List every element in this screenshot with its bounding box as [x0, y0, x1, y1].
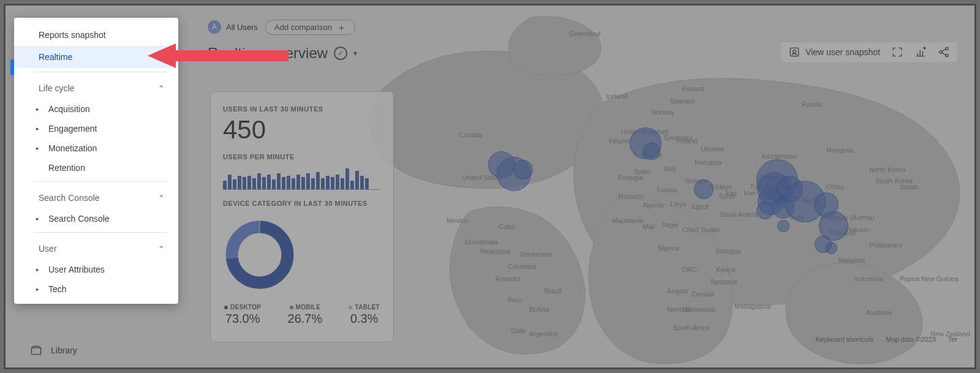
share-icon[interactable] — [938, 46, 950, 58]
section-search-console-label: Search Console — [39, 193, 100, 203]
legend-desktop-value: 73.0% — [224, 312, 261, 326]
section-life-cycle-label: Life cycle — [39, 83, 74, 93]
view-user-snapshot-label: View user snapshot — [805, 47, 880, 57]
verified-icon[interactable]: ✓ — [334, 47, 347, 60]
map-activity-bubble — [643, 143, 660, 160]
users-last-30-label: USERS IN LAST 30 MINUTES — [223, 105, 381, 113]
insights-icon[interactable] — [914, 46, 927, 58]
caret-right-icon: ▸ — [36, 266, 39, 273]
section-user-label: User — [39, 244, 57, 254]
device-category-donut — [223, 218, 296, 292]
audience-chip[interactable]: A All Users — [208, 20, 258, 34]
map-activity-bubble — [694, 179, 714, 199]
library-icon — [30, 344, 42, 356]
map-activity-bubble — [777, 220, 790, 232]
nav-monetization[interactable]: ▸Monetization — [14, 138, 178, 158]
caret-right-icon: ▸ — [36, 106, 39, 112]
map-activity-bubble — [513, 160, 533, 179]
caret-right-icon: ▸ — [36, 216, 39, 222]
library-button[interactable]: Library — [30, 344, 77, 356]
svg-point-2 — [793, 50, 796, 53]
section-life-cycle[interactable]: Life cycle ⌃ — [14, 76, 178, 99]
nav-retention[interactable]: Retention — [14, 158, 178, 178]
reports-nav-sidebar: Reports snapshot Realtime Life cycle ⌃ ▸… — [14, 18, 178, 304]
plus-icon: ＋ — [337, 23, 346, 32]
map-keyboard-shortcuts[interactable]: Keyboard shortcuts — [815, 336, 873, 343]
map-activity-bubble — [825, 242, 837, 254]
nav-acquisition[interactable]: ▸Acquisition — [14, 99, 178, 119]
audience-badge: A — [208, 20, 221, 34]
realtime-summary-card: USERS IN LAST 30 MINUTES 450 USERS PER M… — [210, 91, 394, 342]
audience-label: All Users — [226, 23, 258, 32]
view-user-snapshot-button[interactable]: View user snapshot — [788, 46, 880, 58]
library-label: Library — [51, 345, 77, 355]
users-last-30-value: 450 — [223, 115, 381, 145]
nav-reports-snapshot[interactable]: Reports snapshot — [14, 24, 178, 46]
page-title: Realtime overview — [208, 45, 328, 62]
fullscreen-icon[interactable] — [891, 46, 903, 58]
caret-right-icon: ▸ — [36, 126, 39, 132]
map-credits: Map data ©2023 — [886, 336, 936, 343]
users-per-minute-chart — [223, 165, 381, 190]
map-activity-bubble — [756, 202, 774, 219]
caret-right-icon: ▸ — [36, 286, 39, 292]
add-comparison-button[interactable]: Add comparison ＋ — [265, 20, 355, 35]
device-category-label: DEVICE CATEGORY IN LAST 30 MINUTES — [223, 200, 381, 207]
nav-engagement[interactable]: ▸Engagement — [14, 119, 178, 138]
svg-rect-11 — [32, 348, 41, 355]
title-dropdown-icon[interactable]: ▾ — [353, 49, 357, 58]
nav-realtime[interactable]: Realtime — [14, 46, 178, 68]
caret-right-icon: ▸ — [36, 145, 39, 151]
nav-tech[interactable]: ▸Tech — [14, 279, 178, 299]
add-comparison-label: Add comparison — [274, 23, 332, 32]
chevron-up-icon: ⌃ — [158, 84, 165, 93]
section-search-console[interactable]: Search Console ⌃ — [14, 186, 178, 209]
section-user[interactable]: User ⌃ — [14, 236, 178, 260]
map-terms[interactable]: Ter — [948, 336, 957, 343]
nav-user-attributes[interactable]: ▸User Attributes — [14, 260, 178, 279]
legend-mobile-name: MOBILE — [296, 304, 321, 311]
users-per-minute-label: USERS PER MINUTE — [223, 153, 381, 160]
legend-tablet-name: TABLET — [355, 304, 380, 311]
nav-search-console[interactable]: ▸Search Console — [14, 209, 178, 228]
chevron-up-icon: ⌃ — [158, 194, 165, 203]
legend-desktop-name: DESKTOP — [230, 304, 261, 311]
legend-tablet-value: 0.3% — [349, 312, 380, 326]
svg-rect-1 — [790, 48, 798, 56]
legend-mobile-value: 26.7% — [288, 312, 323, 326]
chevron-up-icon: ⌃ — [158, 244, 165, 254]
snapshot-icon — [788, 46, 801, 58]
